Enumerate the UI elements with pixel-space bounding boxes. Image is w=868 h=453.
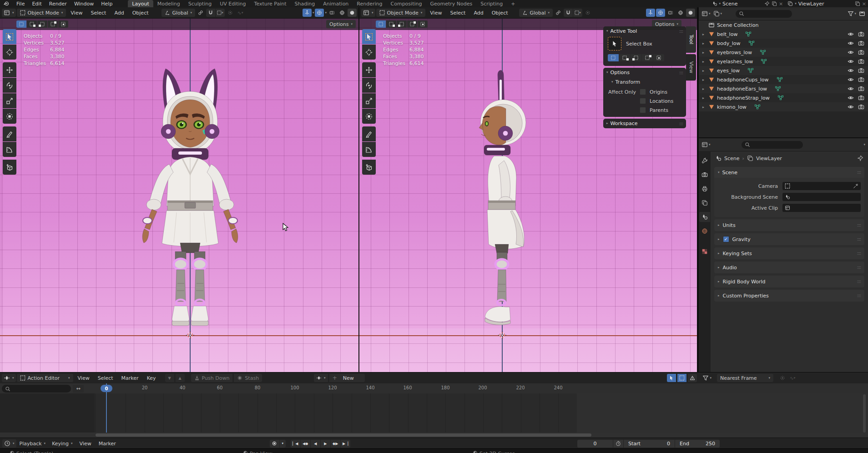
section-audio[interactable]: ▸Audio::::: [714, 262, 864, 273]
outliner-row[interactable]: ▸belt_low: [699, 30, 868, 39]
expand-channels-button[interactable]: ↔: [73, 385, 84, 393]
use-preview-range-button[interactable]: [613, 440, 623, 448]
hide-in-viewport-icon[interactable]: [848, 49, 854, 55]
outliner-search-input[interactable]: [736, 10, 792, 18]
select-mode-subtract-button[interactable]: [397, 20, 407, 28]
expand-icon[interactable]: ▸: [701, 41, 706, 45]
outliner-row[interactable]: ▸headphoneCups_low: [699, 75, 868, 84]
show-gizmo-button[interactable]: [303, 9, 312, 17]
expand-icon[interactable]: ▸: [701, 105, 706, 109]
disable-in-render-icon[interactable]: [858, 104, 864, 110]
mode-dropdown[interactable]: Object Mode▾: [376, 9, 426, 17]
jump-to-start-button[interactable]: ▏◀: [291, 440, 300, 448]
playback-menu[interactable]: Playback▾: [16, 439, 49, 448]
disable-in-render-icon[interactable]: [858, 40, 864, 46]
tool-scale[interactable]: [3, 93, 16, 108]
channel-region[interactable]: [0, 393, 95, 433]
scene-panel-header[interactable]: ▾ Scene ::::: [714, 167, 864, 178]
tab-view[interactable]: View: [686, 54, 696, 81]
shading-solid-button[interactable]: [348, 9, 357, 17]
tool-move[interactable]: [362, 62, 376, 77]
breadcrumb-viewlayer[interactable]: ViewLayer: [756, 156, 782, 161]
hide-in-viewport-icon[interactable]: [848, 86, 854, 92]
disable-in-render-icon[interactable]: [858, 95, 864, 101]
tool-transform[interactable]: [362, 109, 376, 124]
disable-in-render-icon[interactable]: [858, 31, 864, 37]
hide-in-viewport-icon[interactable]: [848, 95, 854, 101]
transform-subpanel-header[interactable]: ▾ Transform: [603, 77, 686, 87]
shading-wireframe-button[interactable]: [676, 9, 685, 17]
tool-move[interactable]: [3, 62, 16, 77]
tab-viewlayer-properties[interactable]: [699, 198, 710, 208]
marker-menu[interactable]: Marker: [118, 375, 142, 381]
menu-render[interactable]: Render: [45, 1, 71, 7]
menu-help[interactable]: Help: [97, 1, 116, 7]
panel-drag-dots[interactable]: ::::: [857, 170, 861, 175]
panel-drag-dots[interactable]: ::::: [679, 70, 683, 75]
tab-modeling[interactable]: Modeling: [153, 0, 184, 7]
viewport-side[interactable]: ▾ Object Mode▾ View Select Add Object Gl…: [359, 7, 697, 372]
tool-rotate[interactable]: [3, 78, 16, 93]
tool-measure[interactable]: [3, 142, 16, 157]
options-dropdown[interactable]: Options▾: [326, 20, 356, 28]
next-keyframe-button[interactable]: ◆▶: [331, 440, 340, 448]
gravity-checkbox[interactable]: ✓: [723, 236, 729, 242]
snap-mode-dropdown[interactable]: Nearest Frame▾: [717, 374, 773, 382]
show-errors-toggle[interactable]: [688, 374, 697, 382]
transform-orientation-dropdown[interactable]: Global▾: [519, 9, 553, 17]
tool-cursor[interactable]: [362, 45, 376, 60]
panel-drag-dots[interactable]: ::::: [857, 237, 861, 242]
viewport-front[interactable]: ▾ Object Mode▾ View Select Add Object Gl…: [0, 7, 358, 372]
hide-in-viewport-icon[interactable]: [848, 31, 854, 37]
select-mode-intersect-button[interactable]: [418, 20, 428, 28]
expand-icon[interactable]: ▸: [701, 60, 706, 64]
show-overlays-button[interactable]: [656, 9, 665, 17]
editor-type-button[interactable]: ▾: [2, 9, 16, 17]
tab-tool-properties[interactable]: [699, 156, 710, 166]
tab-texture-paint[interactable]: Texture Paint: [250, 0, 291, 7]
add-workspace-button[interactable]: +: [507, 0, 519, 7]
panel-drag-dots[interactable]: ::::: [857, 223, 861, 227]
section-units[interactable]: ▸Units::::: [714, 219, 864, 231]
select-menu[interactable]: Select: [94, 375, 117, 381]
tab-rendering[interactable]: Rendering: [353, 0, 386, 7]
auto-keying-button[interactable]: [270, 440, 279, 448]
outliner-row[interactable]: ▸headphoneStrap_low: [699, 93, 868, 102]
editor-type-button[interactable]: ▾: [2, 439, 16, 448]
select-mode-invert-button[interactable]: [407, 20, 417, 28]
panel-drag-dots[interactable]: ::::: [857, 279, 861, 284]
horizontal-scrollbar[interactable]: [96, 433, 591, 437]
disable-in-render-icon[interactable]: [858, 58, 864, 65]
shading-wireframe-button[interactable]: [338, 9, 347, 17]
proportional-edit-button[interactable]: [583, 9, 592, 17]
tab-render-properties[interactable]: [699, 170, 710, 180]
outliner-display-mode[interactable]: ▾: [701, 10, 711, 17]
tool-transform[interactable]: [3, 109, 16, 124]
tool-cursor[interactable]: [3, 45, 16, 60]
camera-field[interactable]: [782, 182, 861, 190]
hide-in-viewport-icon[interactable]: [848, 76, 854, 83]
select-mode-intersect-button[interactable]: [58, 20, 68, 28]
tab-scene-properties[interactable]: [699, 212, 710, 222]
properties-search-input[interactable]: [742, 141, 803, 149]
show-gizmo-button[interactable]: [646, 9, 655, 17]
outliner-row[interactable]: ▸eyes_low: [699, 66, 868, 75]
xray-toggle-button[interactable]: [328, 9, 337, 17]
section-rigid-body-world[interactable]: ▸Rigid Body World::::: [714, 276, 864, 287]
active-clip-field[interactable]: [782, 204, 861, 212]
outliner-row[interactable]: ▸headphoneEars_low: [699, 84, 868, 93]
new-viewlayer-icon[interactable]: [855, 1, 860, 6]
snap-settings-button[interactable]: ▾: [216, 9, 225, 17]
panel-drag-dots[interactable]: ::::: [679, 121, 683, 126]
keying-menu[interactable]: Keying▾: [49, 439, 76, 448]
add-menu[interactable]: Add: [111, 10, 127, 16]
marker-menu[interactable]: Marker: [95, 441, 120, 447]
proportional-edit-button[interactable]: [226, 9, 235, 17]
disable-in-render-icon[interactable]: [858, 49, 864, 55]
active-tool-header[interactable]: ▾ Active Tool ::::: [603, 26, 686, 36]
outliner-row[interactable]: ▸kimono_low: [699, 102, 868, 111]
properties-editor-type[interactable]: ▾: [701, 141, 711, 148]
snap-toggle-button[interactable]: [564, 9, 573, 17]
unlink-scene-icon[interactable]: ×: [779, 1, 783, 7]
section-gravity[interactable]: ▸✓Gravity::::: [714, 233, 864, 245]
